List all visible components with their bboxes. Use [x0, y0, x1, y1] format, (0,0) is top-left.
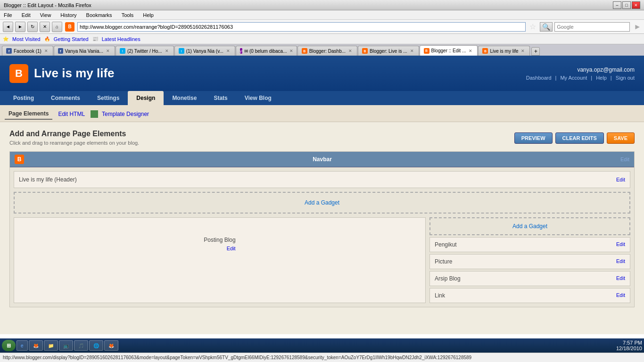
vanya-favicon: f: [58, 48, 63, 54]
tab-close-live[interactable]: ✕: [520, 49, 526, 53]
search-go-icon[interactable]: ►: [634, 23, 641, 31]
save-button[interactable]: SAVE: [607, 132, 635, 144]
pengikut-edit-link[interactable]: Edit: [616, 241, 625, 247]
tab-close-blogger-edit[interactable]: ✕: [468, 49, 473, 53]
sidebar-add-gadget-area: Add a Gadget: [429, 217, 630, 235]
tab-blogger-edit[interactable]: B Blogger :: Edit ... ✕: [420, 45, 478, 56]
search-engine-icon[interactable]: 🔍: [540, 22, 553, 32]
tab-close-blogger-dashboard[interactable]: ✕: [347, 49, 353, 53]
sub-tab-template-designer[interactable]: Template Designer: [102, 111, 149, 117]
menu-tools[interactable]: Tools: [120, 11, 136, 19]
menu-bookmarks[interactable]: Bookmarks: [84, 11, 114, 19]
new-tab-button[interactable]: +: [531, 47, 540, 56]
bookmark-latest-headlines[interactable]: Latest Headlines: [102, 36, 140, 42]
url-bar[interactable]: [77, 22, 526, 32]
tab-close-vanya-nia[interactable]: ✕: [105, 49, 111, 53]
nav-tabs: Posting Comments Settings Design Monetis…: [0, 91, 644, 107]
template-designer-icon: [91, 110, 98, 118]
blogger-dash-favicon: B: [302, 48, 307, 54]
blog-title: Live is my life: [34, 66, 115, 81]
action-buttons: PREVIEW CLEAR EDITS SAVE: [514, 132, 635, 144]
twitter1-favicon: t: [120, 48, 125, 54]
sidebar-gadget-arsip: Arsip Blog Edit: [429, 271, 630, 286]
sidebar-add-gadget-link[interactable]: Add a Gadget: [512, 223, 547, 230]
close-button[interactable]: ✕: [632, 1, 640, 9]
nav-tab-comments[interactable]: Comments: [42, 91, 89, 105]
tab-blogger-dashboard[interactable]: B Blogger: Dashb... ✕: [297, 46, 357, 56]
tab-label-twitter2: (1) Vanya Nia (v...: [186, 49, 223, 54]
back-button[interactable]: ◄: [3, 22, 13, 32]
nav-tab-stats[interactable]: Stats: [205, 91, 236, 105]
blogger-live-favicon: B: [362, 48, 368, 54]
stop-button[interactable]: ✕: [40, 22, 50, 32]
tab-label-vanya-nia: Vanya Nia Vania...: [65, 49, 103, 54]
arsip-edit-link[interactable]: Edit: [616, 275, 625, 281]
tab-close-twitter2[interactable]: ✕: [225, 49, 231, 53]
sidebar-gadget-picture: Picture Edit: [429, 254, 630, 269]
arsip-label: Arsip Blog: [435, 275, 461, 282]
picture-edit-link[interactable]: Edit: [616, 258, 625, 264]
help-link[interactable]: Help: [596, 75, 607, 81]
tab-twitter1[interactable]: t (2) Twitter / Ho... ✕: [116, 46, 174, 56]
header-edit-link[interactable]: Edit: [616, 177, 625, 182]
home-button[interactable]: ⌂: [52, 22, 62, 32]
menu-history[interactable]: History: [58, 11, 78, 19]
menu-view[interactable]: View: [38, 11, 53, 19]
main-column: Posting Blog Edit: [14, 217, 426, 303]
tab-close-twitter1[interactable]: ✕: [164, 49, 170, 53]
bookmark-getting-started[interactable]: Getting Started: [54, 36, 89, 42]
blogger-favicon: B: [65, 22, 74, 32]
tab-label-blogger-edit: Blogger :: Edit ...: [431, 48, 466, 53]
nav-tab-design[interactable]: Design: [128, 91, 164, 105]
preview-button[interactable]: PREVIEW: [514, 132, 553, 144]
live-favicon: B: [482, 48, 488, 54]
navbar-label: Navbar: [24, 156, 620, 163]
header-label: Live is my life (Header): [19, 176, 77, 183]
clear-edits-button[interactable]: CLEAR EDITS: [555, 132, 604, 144]
tab-yahoo[interactable]: y! ✉ (0 belum dibaca... ✕: [236, 46, 297, 56]
sidebar-gadget-link: Link Edit: [429, 288, 630, 303]
tab-blogger-live[interactable]: B Blogger: Live is ... ✕: [358, 46, 419, 56]
add-gadget-top-link[interactable]: Add a Gadget: [305, 199, 339, 206]
sub-tab-page-elements[interactable]: Page Elements: [5, 108, 52, 120]
search-input[interactable]: [554, 22, 630, 32]
sidebar-column: Add a Gadget Pengikut Edit Picture Edit …: [429, 217, 630, 303]
menu-bar: File Edit View History Bookmarks Tools H…: [0, 10, 644, 20]
nav-tab-view-blog[interactable]: View Blog: [236, 91, 280, 105]
nav-tab-monetise[interactable]: Monetise: [164, 91, 205, 105]
navbar-edit-link[interactable]: Edit: [620, 156, 629, 162]
bookmark-most-visited[interactable]: Most Visited: [12, 36, 41, 42]
tab-close-yahoo[interactable]: ✕: [289, 49, 294, 53]
window-controls: – □ ✕: [613, 1, 640, 9]
tab-vanya-nia[interactable]: f Vanya Nia Vania... ✕: [54, 46, 115, 56]
blogger-brand: B Live is my life: [9, 64, 115, 83]
maximize-button[interactable]: □: [622, 1, 631, 9]
reload-button[interactable]: ↻: [27, 22, 38, 32]
star-icon[interactable]: ☆: [529, 22, 536, 31]
tab-facebook[interactable]: f Facebook (1) ✕: [2, 46, 53, 56]
nav-tab-settings[interactable]: Settings: [89, 91, 128, 105]
sign-out-link[interactable]: Sign out: [616, 75, 635, 81]
user-links: Dashboard | My Account | Help | Sign out: [526, 75, 635, 81]
blogger-edit-favicon: B: [424, 48, 429, 54]
link-edit-link[interactable]: Edit: [616, 292, 625, 298]
my-account-link[interactable]: My Account: [560, 75, 587, 81]
picture-label: Picture: [435, 258, 452, 265]
blogger-header: B Live is my life vanya.opz@gmail.com Da…: [0, 56, 644, 91]
minimize-button[interactable]: –: [613, 1, 621, 9]
menu-help[interactable]: Help: [141, 11, 156, 19]
menu-file[interactable]: File: [2, 11, 14, 19]
posting-blog-edit-link[interactable]: Edit: [227, 246, 236, 251]
dashboard-link[interactable]: Dashboard: [526, 75, 552, 81]
title-bar: Blogger :: Edit Layout - Mozilla Firefox…: [0, 0, 644, 10]
tab-live-is-my-life[interactable]: B Live is my life ✕: [478, 46, 530, 56]
facebook-favicon: f: [6, 48, 12, 54]
forward-button[interactable]: ►: [15, 22, 25, 32]
sub-tab-edit-html[interactable]: Edit HTML: [58, 111, 85, 117]
nav-tab-posting[interactable]: Posting: [5, 91, 42, 105]
tab-close-blogger-live[interactable]: ✕: [409, 49, 415, 53]
twitter2-favicon: t: [179, 48, 184, 54]
tab-twitter2[interactable]: t (1) Vanya Nia (v... ✕: [174, 46, 235, 56]
tab-close-facebook[interactable]: ✕: [43, 49, 49, 53]
menu-edit[interactable]: Edit: [20, 11, 33, 19]
